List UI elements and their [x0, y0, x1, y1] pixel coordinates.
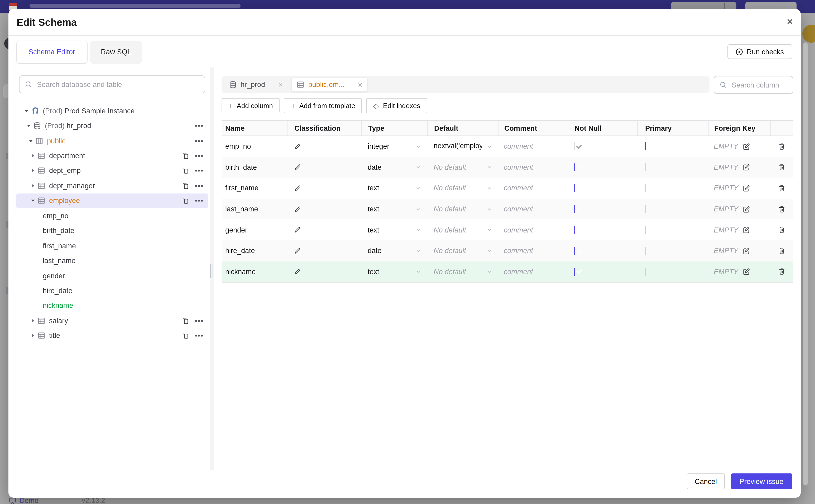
delete-column-icon[interactable] [778, 226, 785, 234]
tree-item-nickname[interactable]: nickname [16, 298, 208, 313]
primary-checkbox[interactable] [645, 205, 646, 213]
caret-right-icon[interactable] [30, 153, 36, 158]
tree-item-emp_no[interactable]: emp_no [16, 208, 208, 223]
primary-checkbox[interactable] [645, 163, 646, 171]
cell-comment[interactable]: comment [499, 247, 569, 255]
caret-right-icon[interactable] [30, 183, 36, 188]
cell-type[interactable]: integer [361, 143, 427, 151]
copy-icon[interactable] [182, 332, 189, 339]
caret-right-icon[interactable] [30, 333, 36, 338]
caret-down-icon[interactable] [25, 123, 32, 128]
cell-comment[interactable]: comment [499, 268, 569, 276]
foreign-key-edit-icon[interactable] [742, 205, 750, 213]
cell-comment[interactable]: comment [499, 143, 569, 151]
caret-right-icon[interactable] [30, 318, 36, 323]
caret-down-icon[interactable] [23, 108, 30, 113]
tree-item-hire_date[interactable]: hire_date [16, 283, 208, 298]
edit-indexes-button[interactable]: ◇Edit indexes [366, 98, 427, 113]
cell-default[interactable]: No default [427, 247, 499, 255]
not-null-checkbox[interactable] [574, 143, 575, 151]
primary-checkbox[interactable] [645, 226, 646, 234]
cell-type[interactable]: text [361, 205, 427, 213]
tree-item-public[interactable]: public••• [16, 133, 208, 148]
copy-icon[interactable] [182, 167, 189, 174]
cell-comment[interactable]: comment [499, 205, 569, 213]
primary-checkbox[interactable] [645, 268, 646, 276]
cell-comment[interactable]: comment [499, 184, 569, 192]
not-null-checkbox[interactable] [574, 247, 575, 255]
more-actions-icon[interactable]: ••• [195, 137, 204, 145]
not-null-checkbox[interactable] [574, 184, 575, 192]
add-column-button[interactable]: +Add column [221, 98, 280, 113]
foreign-key-edit-icon[interactable] [742, 143, 750, 150]
cell-default[interactable]: nextval('employ [427, 142, 499, 151]
classification-edit-icon[interactable] [294, 164, 361, 171]
tab-schema-editor[interactable]: Schema Editor [16, 41, 87, 64]
tree-search-input[interactable] [36, 80, 199, 89]
tree-item-salary[interactable]: salary••• [16, 313, 208, 328]
primary-checkbox[interactable] [645, 184, 646, 192]
close-tab-icon[interactable]: × [358, 80, 363, 89]
cell-name[interactable]: hire_date [221, 247, 287, 255]
cell-type[interactable]: text [361, 184, 427, 192]
classification-edit-icon[interactable] [294, 226, 361, 234]
cancel-button[interactable]: Cancel [687, 473, 725, 489]
delete-column-icon[interactable] [778, 185, 785, 192]
primary-checkbox[interactable] [645, 143, 646, 151]
cell-type[interactable]: text [361, 268, 427, 276]
copy-icon[interactable] [182, 182, 189, 189]
foreign-key-edit-icon[interactable] [742, 268, 750, 275]
more-actions-icon[interactable]: ••• [195, 182, 204, 190]
open-tab-public-em-[interactable]: public.em...× [291, 77, 368, 92]
tab-raw-sql[interactable]: Raw SQL [90, 41, 142, 64]
delete-column-icon[interactable] [778, 268, 785, 275]
cell-type[interactable]: text [361, 226, 427, 234]
more-actions-icon[interactable]: ••• [195, 317, 204, 325]
cell-default[interactable]: No default [427, 163, 499, 171]
tree-item-prod sample instance[interactable]: (Prod) Prod Sample Instance [16, 103, 208, 118]
preview-issue-button[interactable]: Preview issue [731, 473, 792, 489]
classification-edit-icon[interactable] [294, 205, 361, 213]
delete-column-icon[interactable] [778, 164, 785, 171]
tree-item-birth_date[interactable]: birth_date [16, 223, 208, 238]
more-actions-icon[interactable]: ••• [195, 332, 204, 340]
cell-default[interactable]: No default [427, 184, 499, 192]
tree-item-first_name[interactable]: first_name [16, 238, 208, 253]
delete-column-icon[interactable] [778, 247, 785, 255]
delete-column-icon[interactable] [778, 143, 785, 150]
cell-default[interactable]: No default [427, 226, 499, 234]
add-from-template-button[interactable]: +Add from template [284, 98, 362, 113]
more-actions-icon[interactable]: ••• [195, 122, 204, 130]
not-null-checkbox[interactable] [574, 268, 575, 276]
caret-down-icon[interactable] [27, 138, 34, 143]
cell-comment[interactable]: comment [499, 163, 569, 171]
classification-edit-icon[interactable] [294, 143, 361, 150]
copy-icon[interactable] [182, 152, 189, 159]
foreign-key-edit-icon[interactable] [742, 164, 750, 171]
foreign-key-edit-icon[interactable] [742, 247, 750, 255]
cell-name[interactable]: last_name [221, 205, 287, 213]
tree-item-title[interactable]: title••• [16, 328, 208, 343]
cell-name[interactable]: nickname [221, 268, 287, 276]
page-scrollbar[interactable] [803, 42, 808, 486]
classification-edit-icon[interactable] [294, 268, 361, 275]
tree-item-dept_manager[interactable]: dept_manager••• [16, 178, 208, 193]
tree-item-employee[interactable]: employee••• [16, 193, 208, 208]
tree-item-gender[interactable]: gender [16, 268, 208, 283]
more-actions-icon[interactable]: ••• [195, 167, 204, 175]
copy-icon[interactable] [182, 317, 189, 324]
caret-right-icon[interactable] [30, 168, 36, 173]
classification-edit-icon[interactable] [294, 247, 361, 255]
run-checks-button[interactable]: Run checks [727, 44, 792, 59]
cell-name[interactable]: gender [221, 226, 287, 234]
caret-down-icon[interactable] [30, 198, 36, 203]
tree-item-department[interactable]: department••• [16, 148, 208, 163]
open-tab-hr-prod[interactable]: hr_prod× [224, 77, 288, 92]
cell-comment[interactable]: comment [499, 226, 569, 234]
column-search-input[interactable] [731, 80, 815, 89]
tree-item-last_name[interactable]: last_name [16, 253, 208, 268]
tree-item-hr_prod[interactable]: (Prod) hr_prod••• [16, 118, 208, 133]
cell-name[interactable]: first_name [221, 184, 287, 192]
not-null-checkbox[interactable] [574, 205, 575, 213]
cell-type[interactable]: date [361, 163, 427, 171]
